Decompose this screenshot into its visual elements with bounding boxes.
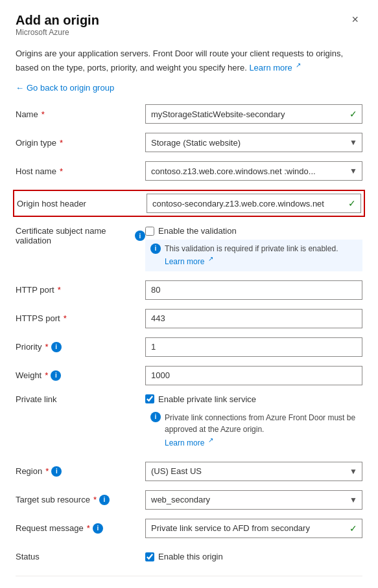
origin-type-select[interactable]: Storage (Static website) [145,133,362,152]
request-message-control: ✓ [145,519,362,538]
panel-title: Add an origin [16,13,99,28]
learn-more-link[interactable]: Learn more ↗ [249,63,301,73]
origin-host-header-highlighted-wrapper: Origin host header ✓ [13,190,365,217]
target-sub-resource-control: web_secondary ▼ [145,490,362,510]
panel-subtitle: Microsoft Azure [16,28,99,37]
https-port-required: * [64,313,67,323]
request-message-info-icon[interactable]: i [93,523,103,534]
target-sub-resource-label: Target sub resource * i [16,495,145,505]
request-message-required: * [87,523,90,533]
region-control: (US) East US ▼ [145,462,362,481]
request-message-input[interactable] [145,519,362,538]
status-checkbox[interactable] [145,552,154,561]
http-port-input[interactable] [145,280,362,300]
region-select[interactable]: (US) East US [145,462,362,481]
private-link-note-info-icon: i [150,412,161,422]
priority-info-icon[interactable]: i [51,342,62,352]
origin-type-control: Storage (Static website) ▼ [145,133,362,152]
priority-row: Priority * i [16,337,362,357]
back-to-origin-group-link[interactable]: ← Go back to origin group [16,83,362,93]
target-sub-resource-info-icon[interactable]: i [99,495,110,505]
private-link-label: Private link [16,394,145,404]
cert-validation-label: Certificate subject name validation i [16,226,145,245]
request-message-row: Request message * i ✓ [16,519,362,538]
add-origin-panel: Add an origin Microsoft Azure × Origins … [0,0,378,588]
origin-host-header-label: Origin host header [17,199,147,209]
private-link-note: i Private link connections from Azure Fr… [145,408,362,453]
status-control: Enable this origin [145,552,362,561]
private-link-checkbox[interactable] [145,394,154,403]
panel-footer: Add Cancel [16,576,362,588]
weight-input[interactable] [145,366,362,385]
back-arrow-icon: ← [16,83,24,93]
host-name-select[interactable]: contoso.z13.web.core.windows.net :windo.… [145,161,362,181]
close-button[interactable]: × [348,12,362,28]
https-port-label: HTTPS port * [16,313,145,323]
priority-control [145,337,362,357]
origin-type-select-wrapper: Storage (Static website) ▼ [145,133,362,152]
https-port-row: HTTPS port * [16,309,362,328]
cert-validation-row: Certificate subject name validation i En… [16,226,362,271]
cert-validation-checkbox-row: Enable the validation [145,226,362,236]
weight-info-icon[interactable]: i [51,370,61,381]
cert-validation-note: i This validation is required if private… [145,240,362,271]
cert-validation-control: Enable the validation i This validation … [145,226,362,271]
name-row: Name * ✓ [16,104,362,124]
http-port-control [145,280,362,300]
region-select-wrapper: (US) East US ▼ [145,462,362,481]
description-text: Origins are your application servers. Fr… [16,47,362,74]
request-message-label: Request message * i [16,523,145,534]
region-row: Region * i (US) East US ▼ [16,462,362,481]
request-message-check-icon: ✓ [349,523,357,534]
target-sub-resource-select[interactable]: web_secondary [145,490,362,510]
status-checkbox-row: Enable this origin [145,552,362,561]
name-input-wrapper: ✓ [145,104,362,124]
name-label: Name * [16,109,145,119]
private-link-checkbox-row: Enable private link service [145,394,362,404]
cert-validation-info-icon[interactable]: i [135,231,145,241]
origin-host-header-control: ✓ [147,194,361,213]
status-label: Status [16,552,145,561]
weight-required: * [45,370,48,380]
origin-host-header-input[interactable] [147,194,361,213]
priority-input[interactable] [145,337,362,357]
https-port-control [145,309,362,328]
host-name-required: * [60,166,63,176]
host-name-control: contoso.z13.web.core.windows.net :windo.… [145,161,362,181]
status-row: Status Enable this origin [16,547,362,567]
http-port-row: HTTP port * [16,280,362,300]
name-input[interactable] [145,104,362,124]
target-sub-resource-select-wrapper: web_secondary ▼ [145,490,362,510]
cert-learn-more-link[interactable]: Learn more ↗ [165,257,213,266]
region-label: Region * i [16,466,145,477]
title-block: Add an origin Microsoft Azure [16,13,99,46]
origin-host-header-input-wrapper: ✓ [147,194,361,213]
name-required: * [41,109,45,119]
cert-ext-link-icon: ↗ [208,254,213,264]
priority-required: * [45,342,48,352]
priority-label: Priority * i [16,342,145,352]
cert-note-info-icon: i [150,243,161,254]
host-name-label: Host name * [16,166,145,176]
request-message-input-wrapper: ✓ [145,519,362,538]
target-sub-resource-required: * [93,495,97,504]
panel-header: Add an origin Microsoft Azure × [16,13,362,46]
external-link-icon: ↗ [296,60,301,70]
private-link-control: Enable private link service i Private li… [145,394,362,453]
region-required: * [45,466,49,476]
region-info-icon[interactable]: i [51,466,62,477]
weight-control [145,366,362,385]
origin-type-required: * [60,138,63,148]
host-name-row: Host name * contoso.z13.web.core.windows… [16,161,362,181]
origin-host-header-check-icon: ✓ [348,198,356,209]
cert-validation-checkbox[interactable] [145,227,154,236]
host-name-select-wrapper: contoso.z13.web.core.windows.net :windo.… [145,161,362,181]
private-link-learn-more-link[interactable]: Learn more ↗ [165,438,213,447]
name-control: ✓ [145,104,362,124]
name-check-icon: ✓ [349,109,357,119]
private-link-row: Private link Enable private link service… [16,394,362,453]
http-port-label: HTTP port * [16,285,145,295]
target-sub-resource-row: Target sub resource * i web_secondary ▼ [16,490,362,510]
https-port-input[interactable] [145,309,362,328]
weight-row: Weight * i [16,366,362,385]
